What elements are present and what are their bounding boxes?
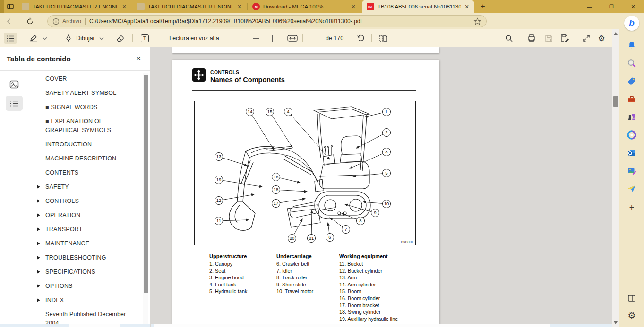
- toc-item-maintenance[interactable]: MAINTENANCE: [37, 239, 137, 248]
- rotate-button[interactable]: [353, 33, 368, 44]
- zoom-out-button[interactable]: [250, 33, 262, 44]
- pdf-hscrollbar-thumb[interactable]: [154, 324, 550, 327]
- tab-takeuchi-2[interactable]: TAKEUCHI DIAGMASTER ENGINE ✕: [132, 0, 247, 13]
- drop-button[interactable]: [624, 181, 639, 196]
- save-button-disabled: [541, 33, 556, 44]
- favorite-star-icon[interactable]: [473, 17, 481, 25]
- zoom-level-caret[interactable]: [270, 33, 275, 44]
- url-text[interactable]: C:/Users/MC/AppData/Local/Temp/Rar$DIa17…: [89, 18, 473, 25]
- toc-horizontal-scrollbar[interactable]: [0, 324, 150, 327]
- expand-arrow-icon[interactable]: [37, 213, 40, 217]
- tab-close-icon[interactable]: ✕: [350, 3, 357, 10]
- tab-pdf-active[interactable]: PDF TB108 AB5E006 serial No1081130 ✕: [362, 0, 474, 13]
- shopping-button[interactable]: [624, 74, 639, 89]
- add-text-button[interactable]: T: [138, 33, 151, 44]
- toc-item-published-note[interactable]: Seventh Published December 2004: [37, 310, 137, 324]
- tab-close-icon[interactable]: ✕: [120, 3, 128, 10]
- expand-arrow-icon[interactable]: [37, 256, 40, 260]
- fit-to-width-button[interactable]: [285, 33, 300, 44]
- pdf-viewer[interactable]: CONTROLS Names of Components: [151, 47, 612, 327]
- new-tab-button[interactable]: +: [477, 1, 489, 12]
- pdf-vertical-scrollbar[interactable]: [612, 29, 619, 327]
- tab-close-icon[interactable]: ✕: [236, 3, 243, 10]
- toc-item-cover[interactable]: COVER: [37, 75, 137, 84]
- expand-arrow-icon[interactable]: [37, 199, 40, 203]
- tab-close-icon[interactable]: ✕: [463, 3, 471, 10]
- toc-item-safety[interactable]: SAFETY: [37, 183, 137, 192]
- toc-scrollbar-thumb[interactable]: [144, 75, 148, 293]
- expand-arrow-icon[interactable]: [37, 298, 40, 302]
- toc-item-explanation-graphical-symbols[interactable]: ■ EXPLANATION OF GRAPHICAL SYMBOLS: [37, 117, 137, 135]
- close-button[interactable]: ✕: [622, 0, 644, 13]
- highlight-button[interactable]: [27, 33, 40, 44]
- highlight-options-button[interactable]: [41, 33, 49, 44]
- expand-arrow-icon[interactable]: [37, 227, 40, 231]
- print-button[interactable]: [524, 33, 539, 44]
- refresh-button[interactable]: [24, 15, 36, 27]
- toc-rail: [0, 71, 28, 324]
- toc-item-contents[interactable]: CONTENTS: [37, 168, 137, 177]
- toc-item-operation[interactable]: OPERATION: [37, 211, 137, 220]
- games-button[interactable]: [624, 109, 639, 125]
- diagram-callout-21: 21: [307, 234, 316, 243]
- designer-button[interactable]: [624, 163, 639, 178]
- tools-button[interactable]: [624, 92, 639, 107]
- outline-view-button[interactable]: [6, 96, 23, 111]
- scroll-up-arrow[interactable]: [614, 32, 618, 35]
- toc-item-introduction[interactable]: INTRODUCTION: [37, 140, 137, 149]
- maximize-button[interactable]: ❐: [601, 0, 622, 13]
- toc-item-signal-words[interactable]: ■ SIGNAL WORDS: [37, 103, 137, 112]
- scroll-down-arrow[interactable]: [614, 321, 618, 324]
- toc-item-controls[interactable]: CONTROLS: [37, 197, 137, 206]
- save-icon: [545, 34, 553, 42]
- tab-mega-download[interactable]: M Download - MEGA 100% ✕: [248, 0, 361, 13]
- toc-item-safety-alert-symbol[interactable]: SAFETY ALERT SYMBOL: [37, 89, 137, 98]
- notifications-button[interactable]: [624, 38, 639, 53]
- info-icon[interactable]: [52, 18, 60, 25]
- toc-hscrollbar-thumb[interactable]: [69, 324, 120, 327]
- pdf-horizontal-scrollbar[interactable]: [151, 324, 612, 327]
- toc-item-options[interactable]: OPTIONS: [37, 282, 137, 291]
- toc-item-specifications[interactable]: SPECIFICATIONS: [37, 268, 137, 277]
- page-view-button[interactable]: [376, 33, 390, 44]
- pdf-scrollbar-thumb[interactable]: [613, 96, 618, 107]
- save-as-button[interactable]: [558, 33, 572, 44]
- sidebar-add-button[interactable]: +: [624, 200, 639, 215]
- expand-arrow-icon[interactable]: [37, 185, 40, 189]
- toc-item-machine-description[interactable]: MACHINE DESCRIPTION: [37, 154, 137, 163]
- components-diagram: 1 2 3 4 5 6 7 8 9 10 11 12 13 14 15 16 1…: [194, 101, 416, 245]
- toc-item-transport[interactable]: TRANSPORT: [37, 225, 137, 234]
- diagram-callout-9: 9: [371, 209, 379, 217]
- toc-vertical-scrollbar[interactable]: [143, 73, 148, 324]
- diagram-callout-15: 15: [266, 108, 274, 116]
- expand-arrow-icon[interactable]: [37, 270, 40, 274]
- search-document-button[interactable]: [502, 33, 515, 44]
- read-aloud-button[interactable]: Lectura en voz alta: [163, 33, 225, 44]
- back-button[interactable]: [3, 15, 15, 27]
- toc-header: Tabla de contenido ✕: [0, 47, 150, 71]
- minimize-button[interactable]: —: [579, 0, 601, 13]
- microsoft-365-button[interactable]: [624, 127, 639, 143]
- erase-button[interactable]: [113, 33, 127, 44]
- draw-button[interactable]: Dibujar: [61, 33, 107, 44]
- thumbnails-view-button[interactable]: [6, 77, 23, 92]
- sidebar-panel-button[interactable]: [624, 291, 639, 306]
- toc-item-index[interactable]: INDEX: [37, 296, 137, 305]
- outlook-button[interactable]: [624, 145, 639, 160]
- toc-close-button[interactable]: ✕: [136, 55, 141, 62]
- sidebar-settings-button[interactable]: ⚙: [624, 308, 639, 323]
- sidebar-search-button[interactable]: [624, 56, 639, 71]
- diagram-callout-10: 10: [382, 200, 391, 208]
- pdf-settings-button[interactable]: ⚙: [594, 33, 609, 44]
- tab-actions-button[interactable]: [5, 2, 16, 11]
- fullscreen-button[interactable]: [579, 33, 593, 44]
- expand-arrow-icon[interactable]: [37, 242, 40, 245]
- address-field[interactable]: Archivo C:/Users/MC/AppData/Local/Temp/R…: [47, 15, 487, 27]
- mega-favicon: M: [252, 3, 260, 10]
- copilot-button[interactable]: b: [624, 16, 639, 31]
- toc-item-troubleshooting[interactable]: TROUBLESHOOTING: [37, 253, 137, 262]
- tab-takeuchi-1[interactable]: TAKEUCHI DIAGMASTER ENGINE ✕: [17, 0, 132, 13]
- expand-arrow-icon[interactable]: [37, 284, 40, 288]
- toc-toggle-button[interactable]: [4, 33, 17, 44]
- component-item: 12. Bucket cylinder: [339, 268, 398, 275]
